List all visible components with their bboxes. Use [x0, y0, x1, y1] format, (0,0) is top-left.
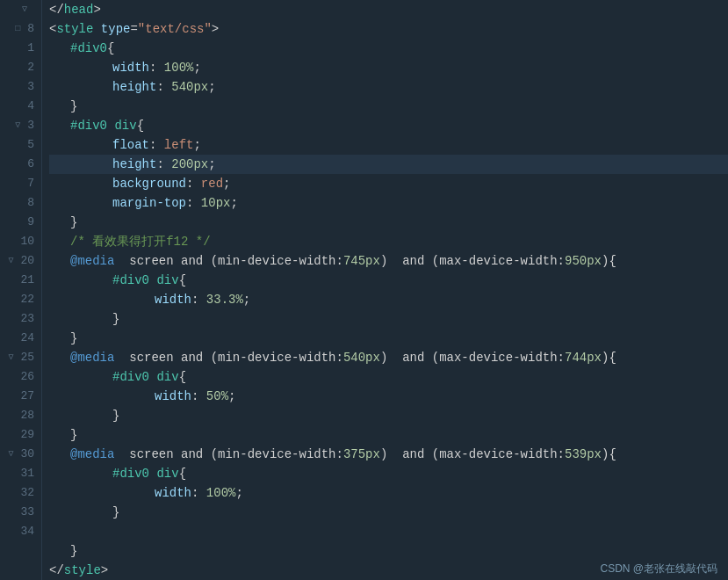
code-line-empty: [49, 522, 728, 541]
code-line-width-100b: width: 100%;: [49, 483, 728, 503]
code-line-close-inner-3: }: [49, 503, 728, 522]
collapse-icon-25[interactable]: ▽: [6, 353, 15, 362]
editor-container: ▽ □ 8 1 2 3 4 ▽ 3 5 6 7 8 9 10 ▽ 20 21 2…: [0, 0, 728, 580]
line-num-25: ▽ 25: [4, 348, 34, 367]
code-line-close-2: }: [49, 213, 728, 232]
line-numbers: ▽ □ 8 1 2 3 4 ▽ 3 5 6 7 8 9 10 ▽ 20 21 2…: [0, 0, 42, 580]
collapse-icon-0[interactable]: ▽: [20, 5, 29, 14]
collapse-icon-20[interactable]: ▽: [6, 257, 15, 265]
collapse-icon-30[interactable]: ▽: [6, 450, 15, 459]
code-line-div0-div: #div0 div{: [49, 116, 728, 135]
line-num-23: 23: [4, 309, 34, 329]
line-num-31: 31: [4, 464, 34, 483]
line-num-10: 9: [4, 213, 34, 232]
code-line-close-inner-1: }: [49, 309, 728, 329]
line-num-4: 4: [4, 97, 34, 116]
code-line-media3: @media screen and (min-device-width:375p…: [49, 445, 728, 464]
code-line-close-1: }: [49, 97, 728, 116]
line-num-27: 27: [4, 387, 34, 406]
line-num-26: 26: [4, 367, 34, 387]
collapse-icon-8[interactable]: □: [13, 25, 22, 33]
code-line-close-media2: }: [49, 425, 728, 445]
collapse-icon-5[interactable]: ▽: [13, 121, 22, 130]
line-num-32: 32: [4, 483, 34, 503]
line-num-5: ▽ 3: [4, 116, 34, 135]
code-line-comment: /* 看效果得打开f12 */: [49, 232, 728, 251]
code-line-width-100: width: 100%;: [49, 58, 728, 77]
code-line-float: float: left;: [49, 135, 728, 155]
line-num-1: 1: [4, 39, 34, 58]
footer: CSDN @老张在线敲代码: [589, 558, 728, 580]
line-num-30: ▽ 30: [4, 445, 34, 464]
code-line-width-33: width: 33.3%;: [49, 290, 728, 309]
code-line-media1: @media screen and (min-device-width:745p…: [49, 251, 728, 271]
line-num-28: 28: [4, 406, 34, 425]
code-line-head-close: </head>: [49, 0, 728, 19]
code-line-style-open: <style type="text/css">: [49, 19, 728, 39]
line-num-8b: 7: [4, 174, 34, 193]
line-num-33: 33: [4, 503, 34, 522]
code-line-margin-top: margin-top: 10px;: [49, 193, 728, 213]
line-num-7: 6: [4, 155, 34, 174]
line-num-11: 10: [4, 232, 34, 251]
code-line-height-540: height: 540px;: [49, 77, 728, 97]
code-line-background: background: red;: [49, 174, 728, 193]
code-line-div0: #div0{: [49, 39, 728, 58]
code-line-div0-div-3: #div0 div{: [49, 367, 728, 387]
code-line-close-inner-2: }: [49, 406, 728, 425]
line-num-29: 29: [4, 425, 34, 445]
line-num-9: 8: [4, 193, 34, 213]
line-num-22: 22: [4, 290, 34, 309]
footer-text: CSDN @老张在线敲代码: [600, 562, 717, 575]
code-line-div0-div-2: #div0 div{: [49, 271, 728, 290]
code-line-media2: @media screen and (min-device-width:540p…: [49, 348, 728, 367]
code-line-close-media1: }: [49, 329, 728, 348]
line-num-21: 21: [4, 271, 34, 290]
code-area: </head> <style type="text/css"> #div0{ w…: [42, 0, 728, 580]
line-num-3: 3: [4, 77, 34, 97]
line-num-2: 2: [4, 58, 34, 77]
line-num-34: 34: [4, 522, 34, 541]
line-num-6: 5: [4, 135, 34, 155]
code-line-width-50: width: 50%;: [49, 387, 728, 406]
line-num-0: ▽: [4, 0, 34, 19]
code-line-height-200: height: 200px;: [49, 155, 728, 174]
line-num-8: □ 8: [4, 19, 34, 39]
line-num-20: ▽ 20: [4, 251, 34, 271]
code-line-div0-div-4: #div0 div{: [49, 464, 728, 483]
line-num-24: 24: [4, 329, 34, 348]
